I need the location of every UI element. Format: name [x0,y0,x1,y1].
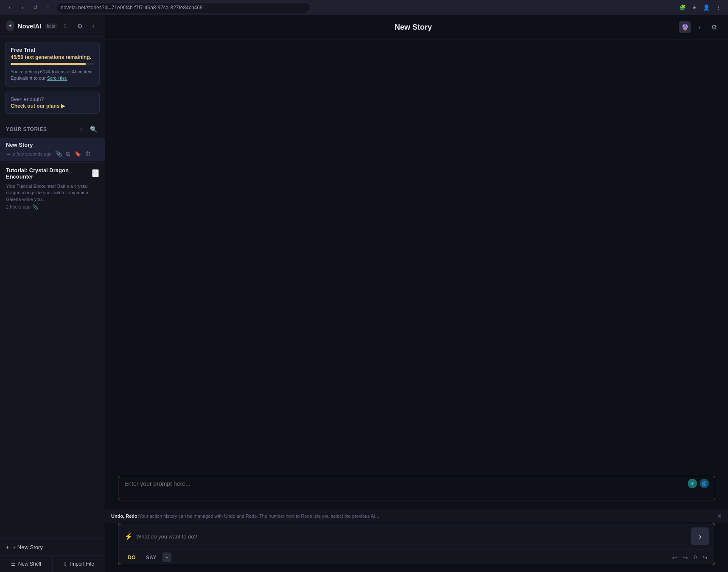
undo-button[interactable]: ↩ [670,553,679,562]
free-trial-desc: You're getting 6144 tokens of AI context… [11,69,94,82]
edit-story-button[interactable]: ✎ [84,141,90,149]
panel-collapse-button[interactable]: ‹ [694,22,705,33]
sidebar-header: ✦ NovelAI beta ☾ ⚙ ‹ [0,15,105,37]
hint-bar: Undo, Redo: Your action history can be m… [105,509,728,523]
action-tab-say[interactable]: SAY [142,553,161,562]
sidebar-header-actions: ☾ ⚙ ‹ [61,20,99,31]
beta-badge: beta [45,23,57,29]
back-button[interactable]: ‹ [5,3,14,12]
new-story-name: New Story [6,142,81,148]
import-label: Import File [70,561,94,567]
footer-bottom-row: ☰ New Shelf ⇧ Import File [0,555,105,572]
story-divider [6,162,99,163]
tutorial-story-preview: Your Tutorial Encounter! Battle a crysta… [0,183,105,203]
hint-bold-text: Undo, Redo: [111,513,139,519]
stories-actions: ⫶ 🔍 [75,124,99,135]
refresh-button[interactable]: ↺ [31,3,40,12]
stories-section-title: Your Stories [6,126,75,132]
story-settings-button[interactable]: ⚙ [708,22,720,33]
new-story-timestamp: a few seconds ago [13,151,52,156]
extensions-button[interactable]: 🧩 [678,3,687,12]
sidebar: ✦ NovelAI beta ☾ ⚙ ‹ Free Trial 45/50 te… [0,15,105,572]
theme-toggle-button[interactable]: ☾ [61,20,72,31]
main-header-right: 🔮 ‹ ⚙ [679,21,720,33]
attachment-new-story-button[interactable]: 📎 [54,150,63,158]
seen-enough-box: Seen enough? Check out our plans ▶ [5,92,100,114]
sidebar-collapse-button[interactable]: ‹ [88,20,99,31]
redo-forward-button[interactable]: ↪ [700,553,710,562]
action-mode-icon[interactable]: ▪ [162,552,171,562]
profile-button[interactable]: 👤 [702,3,711,12]
tutorial-story-item[interactable]: Tutorial: Crystal Dragon Encounter ♡ [0,165,105,183]
scroll-tier-link[interactable]: Scroll tier. [47,75,67,81]
editor-area: 👁 🌀 Undo, Redo: Your action history can … [105,39,728,572]
check-plans-link[interactable]: Check out our plans ▶ [11,103,94,109]
hint-close-button[interactable]: ✕ [717,513,722,519]
menu-button[interactable]: ⋮ [714,3,723,12]
bookmark-button[interactable]: ★ [690,3,699,12]
progress-fill [11,63,86,65]
action-run-icon: ⚡ [124,533,133,541]
browser-bar: ‹ › ↺ ⌂ novelai.net/stories?id=71e06f4b-… [0,0,728,15]
main-content: New Story 🔮 ‹ ⚙ 👁 🌀 Undo, Redo: [105,15,728,572]
forward-button[interactable]: › [18,3,27,12]
delete-new-story-button[interactable]: 🗑 [84,150,92,158]
action-bar-bottom: DO SAY ▪ ↩ ↪ 0 ↪ [118,550,715,565]
new-story-footer-icon: + [6,544,9,550]
ai-right-icon[interactable]: 🌀 [700,479,709,488]
undo-count: 0 [692,555,699,561]
copy-new-story-button[interactable]: ⧉ [65,150,71,158]
tutorial-story-header: Tutorial: Crystal Dragon Encounter ♡ [6,167,99,180]
cloud-icon: ☁ [6,151,10,156]
new-shelf-icon: ☰ [11,561,16,567]
search-stories-button[interactable]: 🔍 [88,124,99,135]
prompt-input-wrapper: 👁 🌀 [118,476,715,500]
stories-header: Your Stories ⫶ 🔍 [0,120,105,138]
app-name: NovelAI [18,22,42,30]
action-tab-do[interactable]: DO [123,553,140,562]
hint-message: Your action history can be managed with … [139,513,379,519]
seen-enough-text: Seen enough? [11,96,94,102]
action-bar: ⚡ › DO SAY ▪ ↩ ↪ 0 ↪ [118,523,715,565]
free-trial-title: Free Trial [11,47,94,53]
new-story-footer-button[interactable]: + + New Story [0,539,105,555]
action-submit-button[interactable]: › [691,527,709,545]
tutorial-story-timestamp: 2 hours ago 📎 [0,204,105,213]
home-button[interactable]: ⌂ [43,3,53,12]
main-title: New Story [148,23,679,32]
progress-bar [11,63,94,65]
sidebar-footer: + + New Story ☰ New Shelf ⇧ Import File [0,539,105,572]
new-shelf-button[interactable]: ☰ New Shelf [0,555,53,572]
free-trial-box: Free Trial 45/50 text generations remain… [5,42,100,86]
heart-story-button[interactable]: ♡ [92,141,99,149]
redo-button[interactable]: ↪ [681,553,690,562]
new-shelf-label: New Shelf [18,561,42,567]
bookmark-new-story-button[interactable]: 🔖 [73,150,82,158]
action-input[interactable] [136,533,688,540]
filter-stories-button[interactable]: ⫶ [75,124,86,135]
main-header: New Story 🔮 ‹ ⚙ [105,15,728,39]
logo-icon: ✦ [6,20,14,31]
new-story-item-header: New Story ✎ ♡ [6,141,99,149]
browser-actions: 🧩 ★ 👤 ⋮ [678,3,723,12]
prompt-area: 👁 🌀 [105,39,728,509]
import-file-button[interactable]: ⇧ Import File [53,555,105,572]
attachment-tutorial-icon: 📎 [32,204,38,210]
new-story-item[interactable]: New Story ✎ ♡ ☁ a few seconds ago 📎 ⧉ 🔖 … [0,138,105,161]
new-story-footer-label: + New Story [13,544,43,550]
action-input-row: ⚡ › [118,523,715,550]
prompt-input[interactable] [124,480,709,494]
tutorial-story-name: Tutorial: Crystal Dragon Encounter [6,167,90,180]
ai-icons: 👁 🌀 [688,479,709,488]
free-trial-count: 45/50 text generations remaining. [11,54,94,60]
app: ✦ NovelAI beta ☾ ⚙ ‹ Free Trial 45/50 te… [0,15,728,572]
url-text: novelai.net/stories?id=71e06f4b-f7f7-46a… [61,5,203,11]
import-icon: ⇧ [63,561,67,567]
crystal-ball-button[interactable]: 🔮 [679,21,691,33]
ai-left-icon[interactable]: 👁 [688,479,697,488]
address-bar[interactable]: novelai.net/stories?id=71e06f4b-f7f7-46a… [56,2,311,13]
sidebar-settings-button[interactable]: ⚙ [74,20,85,31]
undo-redo-group: ↩ ↪ 0 ↪ [670,553,710,562]
new-story-meta: ☁ a few seconds ago 📎 ⧉ 🔖 🗑 [6,150,99,158]
tutorial-heart-button[interactable]: ♡ [92,169,99,177]
